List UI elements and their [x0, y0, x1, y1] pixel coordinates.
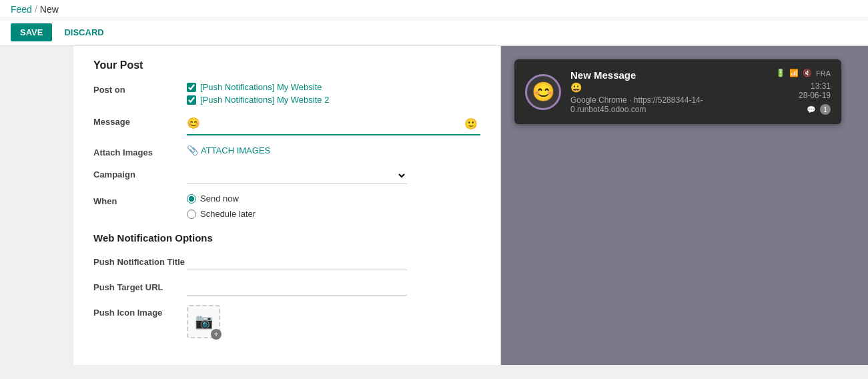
campaign-row: Campaign — [93, 167, 480, 184]
attach-images-text: ATTACH IMAGES — [201, 145, 270, 155]
attach-images-row: Attach Images 📎 ATTACH IMAGES — [93, 145, 480, 157]
push-icon-row: Push Icon Image 📷 + — [93, 305, 480, 338]
message-input[interactable] — [204, 114, 478, 133]
message-label: Message — [93, 114, 187, 127]
send-now-label: Send now — [200, 194, 239, 204]
send-now-radio[interactable] — [187, 194, 196, 204]
notif-message-icons: 💬 1 — [807, 104, 831, 115]
message-input-wrapper: 😊 🙂 — [187, 114, 480, 135]
breadcrumb-current: New — [40, 4, 59, 15]
emoji-button-icon[interactable]: 🙂 — [464, 117, 478, 130]
post-on-label: Post on — [93, 82, 187, 95]
top-bar: Feed / New SAVE DISCARD — [0, 0, 868, 46]
push-url-row: Push Target URL — [93, 280, 480, 296]
campaign-field — [187, 167, 480, 184]
message-field: 😊 🙂 — [187, 114, 480, 135]
toolbar: SAVE DISCARD — [0, 19, 868, 46]
push-url-input[interactable] — [187, 280, 407, 296]
notification-card: 😊 New Message 😀 Google Chrome · https://… — [514, 59, 841, 124]
schedule-later-option[interactable]: Schedule later — [187, 209, 480, 219]
when-radio-group: Send now Schedule later — [187, 194, 480, 219]
push-title-field — [187, 254, 480, 270]
camera-icon: 📷 — [195, 313, 213, 330]
when-label: When — [93, 194, 187, 206]
schedule-later-radio[interactable] — [187, 210, 196, 219]
attach-images-label: Attach Images — [93, 145, 187, 157]
post-on-label-2: [Push Notifications] My Website 2 — [200, 95, 329, 105]
language-label: FRA — [816, 69, 831, 77]
schedule-later-label: Schedule later — [200, 209, 256, 219]
wifi-icon: 📶 — [789, 69, 799, 77]
post-on-option-1[interactable]: [Push Notifications] My Website — [187, 82, 480, 92]
breadcrumb: Feed / New — [11, 4, 59, 15]
breadcrumb-separator: / — [35, 4, 37, 15]
mute-icon: 🔇 — [803, 69, 812, 77]
campaign-select[interactable] — [187, 167, 407, 184]
discard-button[interactable]: DISCARD — [57, 23, 110, 41]
attach-images-link[interactable]: 📎 ATTACH IMAGES — [187, 145, 480, 155]
notif-icons: 🔋 📶 🔇 FRA — [776, 69, 831, 77]
post-on-checkbox-1[interactable] — [187, 83, 196, 92]
push-title-label: Push Notification Title — [93, 254, 187, 267]
post-on-checkbox-2[interactable] — [187, 95, 196, 105]
main-content: Your Post Post on [Push Notifications] M… — [0, 46, 868, 365]
campaign-label: Campaign — [93, 167, 187, 179]
when-row: When Send now Schedule later — [93, 194, 480, 219]
post-on-row: Post on [Push Notifications] My Website … — [93, 82, 480, 105]
battery-icon: 🔋 — [776, 69, 785, 77]
notif-content: New Message 😀 Google Chrome · https://52… — [570, 69, 767, 114]
form-area: Your Post Post on [Push Notifications] M… — [73, 46, 501, 365]
push-icon-label: Push Icon Image — [93, 305, 187, 318]
avatar-icon: 😊 — [532, 81, 555, 103]
post-on-option-2[interactable]: [Push Notifications] My Website 2 — [187, 95, 480, 105]
post-on-label-1: [Push Notifications] My Website — [200, 82, 322, 92]
notif-title: New Message — [570, 69, 767, 81]
date-value: 28-06-19 — [799, 91, 831, 100]
notif-meta: 🔋 📶 🔇 FRA 13:31 28-06-19 💬 1 — [776, 69, 831, 115]
message-emoji-prefix: 😊 — [187, 117, 200, 129]
preview-area: 😊 New Message 😀 Google Chrome · https://… — [501, 46, 868, 365]
attach-images-field: 📎 ATTACH IMAGES — [187, 145, 480, 155]
send-now-option[interactable]: Send now — [187, 194, 480, 204]
notif-badge: 1 — [820, 104, 831, 115]
plus-badge-icon: + — [211, 329, 222, 340]
push-title-row: Push Notification Title — [93, 254, 480, 270]
push-url-label: Push Target URL — [93, 280, 187, 292]
push-icon-field: 📷 + — [187, 305, 480, 338]
your-post-title: Your Post — [93, 59, 480, 71]
push-url-field — [187, 280, 480, 296]
push-title-input[interactable] — [187, 254, 407, 270]
when-field: Send now Schedule later — [187, 194, 480, 219]
web-notif-title: Web Notification Options — [93, 232, 480, 244]
notif-url: Google Chrome · https://5288344-14-0.run… — [570, 95, 767, 114]
message-row: Message 😊 🙂 — [93, 114, 480, 135]
web-notif-section: Web Notification Options Push Notificati… — [93, 232, 480, 338]
push-icon-upload[interactable]: 📷 + — [187, 305, 220, 338]
paperclip-icon: 📎 — [187, 145, 198, 155]
notif-time: 13:31 28-06-19 — [799, 81, 831, 100]
time-value: 13:31 — [799, 81, 831, 91]
breadcrumb-parent[interactable]: Feed — [11, 4, 32, 15]
message-icon: 💬 — [807, 105, 816, 114]
left-sidebar — [0, 46, 73, 365]
notif-avatar: 😊 — [525, 74, 561, 110]
save-button[interactable]: SAVE — [11, 23, 52, 41]
post-on-field: [Push Notifications] My Website [Push No… — [187, 82, 480, 105]
notif-emoji: 😀 — [570, 82, 767, 93]
